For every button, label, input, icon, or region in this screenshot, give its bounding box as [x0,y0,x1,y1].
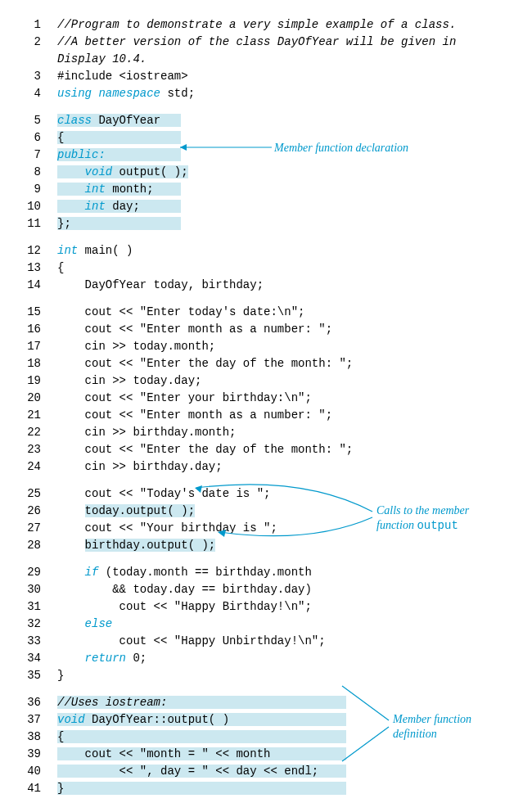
line-number: 18 [8,355,57,372]
code-content: cout << "month = " << month [57,746,524,763]
line-number: 37 [8,711,57,729]
code-line: 39 cout << "month = " << month [8,746,524,763]
line-number: 8 [8,164,57,181]
line-number: 15 [8,304,57,321]
code-content: cout << "Enter month as a number: "; [57,407,524,424]
code-line: 32 else [8,616,524,633]
code-content: cin >> today.day; [57,372,524,390]
line-number: 21 [8,407,57,424]
code-line: 23 cout << "Enter the day of the month: … [8,441,524,458]
code-line: 2//A better version of the class DayOfYe… [8,34,524,51]
line-number: 29 [8,564,57,581]
line-number: 30 [8,581,57,598]
code-line: 1//Program to demonstrate a very simple … [8,16,524,34]
code-line: 36//Uses iostream: [8,694,524,711]
line-number: 2 [8,34,57,51]
code-content: cout << "Enter today's date:\n"; [57,304,524,321]
code-content: else [57,616,524,633]
code-content: } [57,780,524,797]
line-number: 11 [8,215,57,232]
code-line: 3#include <iostream> [8,68,524,85]
code-content: if (today.month == birthday.month [57,564,524,581]
code-content: && today.day == birthday.day) [57,581,524,598]
code-content: DayOfYear today, birthday; [57,277,524,294]
code-line: 8 void output( ); [8,164,524,181]
line-number: 39 [8,746,57,763]
annotation-text: function [376,519,417,531]
code-line: 15 cout << "Enter today's date:\n"; [8,304,524,321]
code-content: int month; [57,181,524,198]
line-number: 28 [8,537,57,554]
code-content: cout << "Enter the day of the month: "; [57,355,524,372]
line-number: 20 [8,390,57,407]
line-number: 4 [8,85,57,102]
code-content: void output( ); [57,164,524,181]
line-number: 27 [8,520,57,537]
line-number: 19 [8,372,57,390]
code-line: 14 DayOfYear today, birthday; [8,277,524,294]
code-line: 13{ [8,259,524,277]
code-content: #include <iostream> [57,68,524,85]
line-number: 14 [8,277,57,294]
line-number: 6 [8,129,57,147]
line-number: 35 [8,667,57,684]
annotation-code-text: output [417,519,458,532]
code-line: 18 cout << "Enter the day of the month: … [8,355,524,372]
line-number: 5 [8,112,57,129]
code-content: class DayOfYear [57,112,524,129]
code-line: 29 if (today.month == birthday.month [8,564,524,581]
line-number: 7 [8,147,57,164]
line-number: 32 [8,616,57,633]
line-number: 12 [8,242,57,259]
code-content: cout << "Enter your birthday:\n"; [57,390,524,407]
code-content: cout << "Happy Unbirthday!\n"; [57,633,524,650]
line-number: 33 [8,633,57,650]
line-number: 31 [8,598,57,616]
code-content: //Uses iostream: [57,694,524,711]
code-content: return 0; [57,650,524,667]
line-number: 40 [8,763,57,780]
code-line: 30 && today.day == birthday.day) [8,581,524,598]
code-line: 21 cout << "Enter month as a number: "; [8,407,524,424]
line-number: 13 [8,259,57,277]
code-line: 41} [8,780,524,797]
line-number: 10 [8,198,57,215]
code-line: 12int main( ) [8,242,524,259]
code-line: 40 << ", day = " << day << endl; [8,763,524,780]
code-line: 11}; [8,215,524,232]
line-number: 22 [8,424,57,441]
code-content: { [57,259,524,277]
code-line: Display 10.4. [8,51,524,68]
code-content: cout << "Today's date is "; [57,485,524,503]
code-line: 7public: [8,147,524,164]
code-content: //Program to demonstrate a very simple e… [57,16,524,34]
code-content: using namespace std; [57,85,524,102]
annotation-text: Member function [393,713,471,725]
line-number: 34 [8,650,57,667]
code-line: 9 int month; [8,181,524,198]
annotation-text: Member function declaration [274,142,408,154]
code-line: 19 cin >> today.day; [8,372,524,390]
code-content: birthday.output( ); [57,537,524,554]
code-content: cout << "Enter the day of the month: "; [57,441,524,458]
code-content: << ", day = " << day << endl; [57,763,524,780]
code-line: 10 int day; [8,198,524,215]
code-content: Display 10.4. [57,51,524,68]
code-listing: 1//Program to demonstrate a very simple … [8,16,524,797]
code-content: cin >> birthday.day; [57,458,524,476]
line-number: 25 [8,485,57,503]
line-number: 1 [8,16,57,34]
annotation-member-def: Member function definition [393,712,471,742]
line-number: 23 [8,441,57,458]
annotation-member-decl: Member function declaration [274,139,408,156]
code-line: 28 birthday.output( ); [8,537,524,554]
code-content: cin >> today.month; [57,338,524,355]
code-line: 6{ [8,129,524,147]
line-number: 16 [8,321,57,338]
line-number: 3 [8,68,57,85]
code-content: cin >> birthday.month; [57,424,524,441]
code-line: 5class DayOfYear [8,112,524,129]
code-line: 34 return 0; [8,650,524,667]
code-content: cout << "Enter month as a number: "; [57,321,524,338]
code-content: int main( ) [57,242,524,259]
